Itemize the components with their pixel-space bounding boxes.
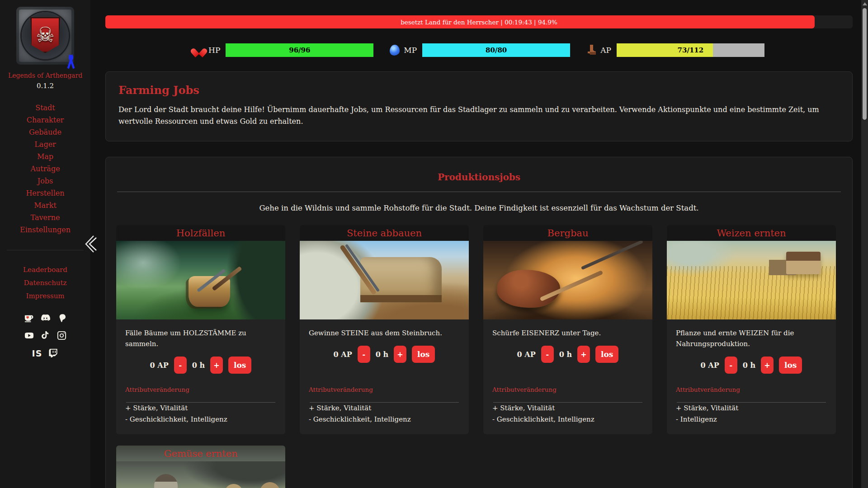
ap-group: AP 73/112 [586,43,764,57]
decrease-button[interactable]: - [541,346,554,363]
sidebar-collapse-button[interactable] [83,234,98,254]
decrease-button[interactable]: - [725,357,737,374]
ap-cost: 0 AP [517,350,536,359]
job-image-village [116,461,285,488]
attribute-heading: Attributveränderung [492,386,643,393]
job-card-gemuese-ernten: Gemüse ernten [116,446,285,488]
increase-button[interactable]: + [761,357,774,374]
event-progress-bar: besetzt Land für den Herrscher | 00:19:4… [105,15,853,28]
sidebar-item-gebaeude[interactable]: Gebäude [29,129,61,136]
hp-value: 96/96 [226,43,373,57]
section-title: Produktionsjobs [116,172,842,183]
twitch-link[interactable] [48,348,58,358]
ap-bar: 73/112 [617,43,764,57]
attribute-heading: Attributveränderung [125,386,276,393]
mp-bar: 80/80 [422,43,570,57]
sidebar-item-jobs[interactable]: Jobs [38,178,53,185]
hours-value: 0 h [559,350,572,359]
event-banner-text: besetzt Land für den Herrscher | 00:19:4… [105,15,853,28]
illusory-space-link[interactable]: IS [32,348,42,358]
heart-icon [193,45,204,55]
attribute-minus: - Geschicklichkeit, Intelligenz [125,414,276,425]
attribute-minus: - Intelligenz [676,414,827,425]
job-image-quarry [300,241,469,319]
sidebar-item-charakter[interactable]: Charakter [27,117,64,124]
start-job-button[interactable]: los [595,346,618,363]
ap-label: AP [600,46,611,55]
app-title: Legends of Arthengard [8,72,82,79]
job-image-wheat [667,241,836,319]
sidebar-item-lager[interactable]: Lager [34,141,56,148]
page-description: Der Lord der Stadt braucht deine Hilfe! … [118,104,840,127]
hours-value: 0 h [192,361,205,370]
is-logo: IS [32,348,42,358]
job-controls: 0 AP - 0 h + los [309,346,460,363]
status-bars: HP 96/96 MP 80/80 AP 73/112 [105,43,853,57]
start-job-button[interactable]: los [779,357,802,374]
tiktok-link[interactable] [40,330,51,341]
footer-links: Leaderboard Datenschutz Impressum [23,266,67,300]
ap-cost: 0 AP [701,361,719,370]
job-title: Holzfällen [116,225,285,241]
attribute-minus: - Geschicklichkeit, Intelligenz [492,414,643,425]
hp-bar: 96/96 [226,43,373,57]
scrollbar-thumb[interactable] [863,8,867,120]
sidebar-item-datenschutz[interactable]: Datenschutz [24,279,67,287]
job-card-holzfaellen: Holzfällen Fälle Bäume um HOLZSTÄMME zu … [116,225,285,434]
chevron-left-icon [83,234,98,254]
mp-label: MP [404,46,417,55]
attribute-plus: + Stärke, Vitalität [309,403,460,414]
job-description: Pflanze und ernte WEIZEN für die Nahrung… [676,328,827,349]
kofi-link[interactable] [24,313,34,323]
page-title: Farming Jobs [118,84,840,97]
youtube-icon [24,330,34,341]
main-content: besetzt Land für den Herrscher | 00:19:4… [90,0,868,488]
mana-drop-icon [390,45,400,56]
decrease-button[interactable]: - [174,357,187,374]
ap-cost: 0 AP [334,350,352,359]
increase-button[interactable]: + [577,346,590,363]
tiktok-icon [40,330,51,341]
sidebar-item-stadt[interactable]: Stadt [35,104,55,112]
job-card-bergbau: Bergbau Schürfe EISENERZ unter Tage. 0 A… [483,225,652,434]
page-scrollbar[interactable] [861,0,868,488]
sidebar-item-map[interactable]: Map [37,153,53,160]
discord-icon [40,313,51,323]
increase-button[interactable]: + [394,346,406,363]
sidebar-item-autraege[interactable]: Auträge [30,165,60,173]
boot-icon [586,44,596,56]
attribute-plus: + Stärke, Vitalität [492,403,643,414]
increase-button[interactable]: + [210,357,223,374]
hp-label: HP [208,46,220,55]
job-cards: Holzfällen Fälle Bäume um HOLZSTÄMME zu … [116,225,842,488]
game-logo: ☠ [16,7,74,65]
section-description: Gehe in die Wildnis und sammle Rohstoffe… [116,204,842,212]
sidebar-item-leaderboard[interactable]: Leaderboard [23,266,67,274]
scrollbar-up-arrow-icon[interactable] [863,2,867,5]
sidebar-item-impressum[interactable]: Impressum [26,292,64,300]
job-description: Schürfe EISENERZ unter Tage. [492,328,643,338]
youtube-link[interactable] [24,330,34,341]
hours-value: 0 h [376,350,388,359]
sidebar-item-einstellungen[interactable]: Einstellungen [20,226,71,234]
mp-value: 80/80 [422,43,570,57]
sidebar-item-herstellen[interactable]: Herstellen [26,190,64,197]
decrease-button[interactable]: - [358,346,370,363]
sidebar-item-taverne[interactable]: Taverne [31,214,60,221]
sidebar-item-markt[interactable]: Markt [34,202,57,209]
ap-cost: 0 AP [150,361,169,370]
job-description: Fälle Bäume um HOLZSTÄMME zu sammeln. [125,328,276,349]
start-job-button[interactable]: los [228,357,251,374]
blue-ribbon-icon [65,54,77,73]
hp-group: HP 96/96 [193,43,373,57]
mp-group: MP 80/80 [390,43,570,57]
social-links: IS [24,313,67,358]
patreon-link[interactable] [57,313,67,323]
job-controls: 0 AP - 0 h + los [676,357,827,374]
discord-link[interactable] [40,313,51,323]
instagram-link[interactable] [57,330,67,341]
job-controls: 0 AP - 0 h + los [492,346,643,363]
attribute-plus: + Stärke, Vitalität [125,403,276,414]
section-divider [117,192,841,192]
start-job-button[interactable]: los [412,346,435,363]
